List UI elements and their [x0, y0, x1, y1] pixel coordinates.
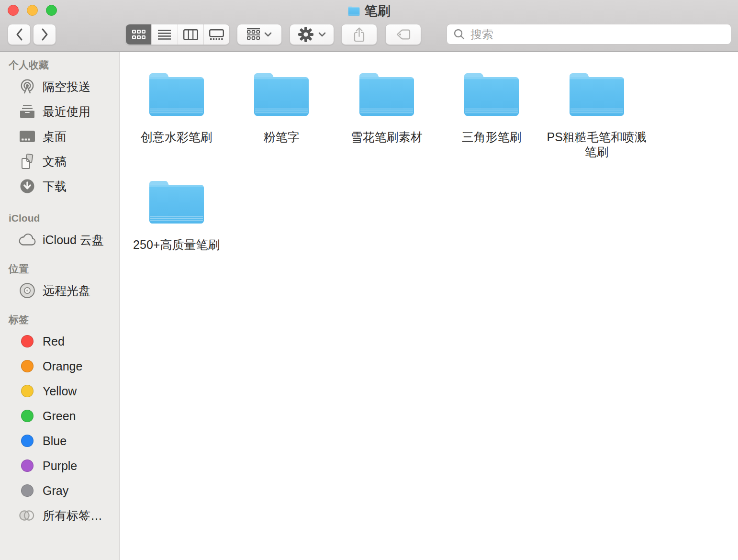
gear-icon [298, 26, 314, 43]
sidebar-item-label: 远程光盘 [43, 283, 90, 299]
folder-name: 雪花笔刷素材 [351, 130, 423, 145]
sidebar-item-label: 文稿 [43, 154, 67, 169]
share-button[interactable] [341, 24, 377, 45]
sidebar-item[interactable]: Yellow [0, 379, 119, 403]
folder-icon [568, 72, 626, 118]
view-mode-list-view[interactable] [152, 24, 178, 45]
sidebar-item-label: iCloud 云盘 [43, 232, 104, 248]
tag-color-dot [21, 335, 34, 347]
tag-color-dot [21, 385, 34, 397]
folder-name: 粉笔字 [264, 130, 300, 145]
tag-color-dot [18, 457, 36, 475]
chevron-right-icon [41, 28, 49, 41]
sidebar-item[interactable]: 桌面 [0, 124, 119, 149]
sidebar-item[interactable]: Red [0, 329, 119, 354]
sidebar-item[interactable]: 文稿 [0, 149, 119, 174]
documents-icon [18, 152, 36, 170]
folder-name: 250+高质量笔刷 [133, 237, 220, 252]
folder-icon [148, 179, 205, 226]
sidebar-item[interactable]: Orange [0, 354, 119, 379]
window-title: 笔刷 [365, 2, 391, 20]
sidebar-item[interactable]: 远程光盘 [0, 278, 119, 303]
folder-name: 三角形笔刷 [462, 130, 522, 145]
tag-icon [396, 29, 411, 40]
sidebar-item[interactable]: iCloud 云盘 [0, 227, 119, 252]
forward-button[interactable] [33, 24, 56, 45]
view-mode-column-view[interactable] [178, 24, 204, 45]
folder-item[interactable]: PS粗糙毛笔和喷溅笔刷 [544, 72, 649, 179]
sidebar-section-header: 个人收藏 [9, 59, 119, 71]
downloads-icon [18, 177, 36, 195]
view-mode-icon-view[interactable] [126, 24, 152, 45]
sidebar-item[interactable]: 下载 [0, 174, 119, 199]
sidebar-section-header: 标签 [9, 314, 119, 326]
search-field[interactable] [447, 24, 731, 45]
sidebar-item-label: Orange [43, 359, 82, 373]
tag-color-dot [18, 482, 36, 500]
folder-name: PS粗糙毛笔和喷溅笔刷 [544, 130, 649, 159]
sidebar-item-label: Red [43, 335, 65, 348]
sidebar-section-header: 位置 [9, 263, 119, 275]
folder-icon [148, 72, 205, 118]
all-tags-icon [18, 506, 36, 525]
sidebar-item-label: Purple [43, 459, 77, 473]
sidebar-item[interactable]: 最近使用 [0, 99, 119, 124]
tag-color-dot [18, 432, 36, 450]
folder-icon [253, 72, 310, 118]
tag-color-dot [18, 332, 36, 350]
chevron-down-icon [318, 32, 326, 37]
back-button[interactable] [8, 24, 31, 45]
window-chrome: 笔刷 [0, 0, 738, 52]
file-browser-area: 创意水彩笔刷粉笔字雪花笔刷素材三角形笔刷PS粗糙毛笔和喷溅笔刷250+高质量笔刷 [120, 52, 738, 560]
share-icon [353, 27, 366, 43]
sidebar-item-label: 隔空投送 [43, 79, 90, 95]
window-title-area: 笔刷 [0, 3, 738, 19]
sidebar-item-label: Gray [43, 484, 68, 498]
chevron-down-icon [264, 32, 272, 37]
tag-color-dot [21, 484, 34, 497]
list-view-icon [158, 30, 171, 40]
view-mode-gallery-view[interactable] [204, 24, 229, 45]
window-body: 个人收藏隔空投送最近使用桌面文稿下载iCloudiCloud 云盘位置远程光盘标… [0, 52, 738, 560]
column-view-icon [183, 29, 198, 40]
disc-icon [18, 281, 36, 300]
tag-color-dot [21, 410, 34, 422]
folder-icon [358, 72, 415, 118]
folder-item[interactable]: 雪花笔刷素材 [334, 72, 439, 179]
airdrop-icon [18, 78, 36, 96]
group-icon [247, 28, 260, 41]
sidebar-item[interactable]: 所有标签… [0, 503, 119, 528]
sidebar-item-label: 桌面 [43, 129, 67, 145]
sidebar-item[interactable]: Green [0, 403, 119, 428]
folder-name: 创意水彩笔刷 [141, 130, 212, 145]
folder-proxy-icon[interactable] [348, 6, 360, 16]
recents-icon [18, 102, 36, 121]
search-input[interactable] [470, 27, 728, 42]
tag-color-dot [18, 357, 36, 375]
tag-button[interactable] [385, 24, 421, 45]
action-button[interactable] [290, 24, 334, 45]
folder-item[interactable]: 250+高质量笔刷 [124, 179, 229, 287]
sidebar-item[interactable]: Gray [0, 478, 119, 503]
folder-item[interactable]: 创意水彩笔刷 [124, 72, 229, 179]
view-mode-control [125, 24, 230, 45]
folder-icon [463, 72, 520, 118]
sidebar-item[interactable]: Purple [0, 453, 119, 478]
group-button[interactable] [237, 24, 282, 45]
sidebar-item-label: Blue [43, 434, 67, 448]
search-icon [453, 28, 465, 40]
tag-color-dot [18, 407, 36, 425]
sidebar-section-header: iCloud [9, 212, 119, 224]
sidebar-item-label: 所有标签… [43, 508, 102, 524]
sidebar-item[interactable]: 隔空投送 [0, 74, 119, 99]
folder-item[interactable]: 粉笔字 [229, 72, 335, 179]
sidebar-item-label: 下载 [43, 179, 67, 194]
tag-color-dot [18, 382, 36, 400]
tag-color-dot [21, 459, 34, 472]
icloud-icon [18, 231, 36, 249]
sidebar-item[interactable]: Blue [0, 428, 119, 453]
tag-color-dot [21, 435, 34, 447]
folder-item[interactable]: 三角形笔刷 [439, 72, 545, 179]
tag-color-dot [21, 360, 34, 372]
sidebar: 个人收藏隔空投送最近使用桌面文稿下载iCloudiCloud 云盘位置远程光盘标… [0, 52, 120, 560]
